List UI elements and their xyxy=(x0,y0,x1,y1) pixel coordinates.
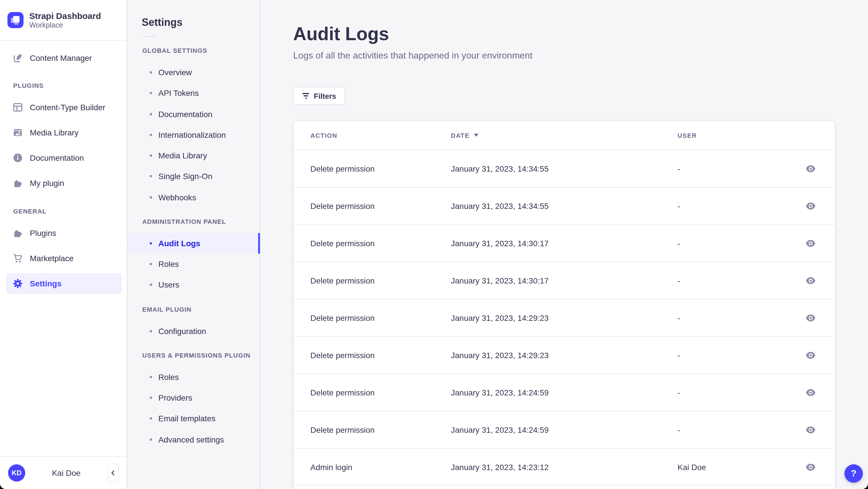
workspace-name: Workplace xyxy=(29,21,101,30)
column-header-action: ACTION xyxy=(310,132,337,139)
view-details-button[interactable] xyxy=(804,312,817,324)
view-details-button[interactable] xyxy=(804,163,817,174)
subnav-item-audit-logs[interactable]: Audit Logs xyxy=(127,233,260,254)
bullet-icon xyxy=(150,397,152,399)
strapi-admin-app: Strapi Dashboard Workplace Content Manag… xyxy=(0,0,868,489)
bullet-icon xyxy=(150,284,152,286)
subnav-section-email-plugin: EMAIL PLUGIN xyxy=(127,305,260,314)
chevron-left-icon xyxy=(110,469,117,477)
bullet-icon xyxy=(150,175,152,178)
sidebar-item-media-library[interactable]: Media Library xyxy=(6,120,122,145)
subnav-item-admin-users[interactable]: Users xyxy=(127,275,260,296)
sidebar-item-label: Media Library xyxy=(30,128,79,137)
app-title: Strapi Dashboard xyxy=(29,11,101,21)
grid-icon xyxy=(12,102,23,113)
column-header-user: USER xyxy=(678,132,697,139)
audit-logs-table: ACTION DATE USER Delete permission Janua… xyxy=(293,121,835,489)
user-name: Kai Doe xyxy=(25,468,107,478)
caret-down-icon xyxy=(474,134,479,136)
eye-icon xyxy=(806,314,815,322)
sidebar-item-label: Marketplace xyxy=(30,254,74,263)
workspace-switcher[interactable]: Strapi Dashboard Workplace xyxy=(0,0,127,41)
eye-icon xyxy=(806,165,815,172)
puzzle-icon xyxy=(12,228,23,238)
table-row[interactable]: Delete permission January 31, 2023, 14:3… xyxy=(294,224,835,262)
view-details-button[interactable] xyxy=(804,424,817,436)
eye-icon xyxy=(806,463,815,470)
table-row[interactable]: Delete permission January 31, 2023, 14:2… xyxy=(294,374,835,411)
eye-icon xyxy=(806,240,815,247)
bullet-icon xyxy=(150,113,152,115)
feather-icon xyxy=(12,53,23,63)
help-button[interactable]: ? xyxy=(844,464,863,483)
bullet-icon xyxy=(150,196,152,198)
audit-logs-page: Audit Logs Logs of all the activities th… xyxy=(260,0,868,489)
sidebar-item-label: Content-Type Builder xyxy=(30,103,105,112)
settings-subnav: Settings GLOBAL SETTINGS Overview API To… xyxy=(127,0,260,489)
filters-button-label: Filters xyxy=(314,92,336,100)
table-row[interactable]: Delete permission January 31, 2023, 14:3… xyxy=(294,187,835,224)
view-details-button[interactable] xyxy=(804,349,817,361)
table-row[interactable]: Admin login January 31, 2023, 14:23:12 K… xyxy=(294,448,835,486)
subnav-item-webhooks[interactable]: Webhooks xyxy=(127,187,260,208)
sidebar-item-label: Content Manager xyxy=(30,53,92,63)
info-icon xyxy=(12,153,23,163)
subnav-item-documentation[interactable]: Documentation xyxy=(127,103,260,125)
subnav-item-api-tokens[interactable]: API Tokens xyxy=(127,83,260,104)
brand-text: Strapi Dashboard Workplace xyxy=(29,11,101,30)
view-details-button[interactable] xyxy=(804,275,817,286)
user-avatar: KD xyxy=(8,464,25,482)
strapi-logo xyxy=(7,12,24,28)
sidebar-item-content-type-builder[interactable]: Content-Type Builder xyxy=(6,95,122,120)
subnav-section-users-permissions-plugin: USERS & PERMISSIONS PLUGIN xyxy=(127,351,260,360)
table-row[interactable]: Delete permission January 31, 2023, 14:2… xyxy=(294,336,835,374)
table-row[interactable]: Delete permission January 31, 2023, 14:3… xyxy=(294,262,835,299)
subnav-item-email-templates[interactable]: Email templates xyxy=(127,408,260,429)
subnav-item-internationalization[interactable]: Internationalization xyxy=(127,125,260,146)
view-details-button[interactable] xyxy=(804,461,817,472)
sidebar-item-marketplace[interactable]: Marketplace xyxy=(6,246,122,271)
subnav-item-up-roles[interactable]: Roles xyxy=(127,367,260,388)
bullet-icon xyxy=(150,92,152,94)
subnav-item-providers[interactable]: Providers xyxy=(127,388,260,408)
view-details-button[interactable] xyxy=(804,238,817,249)
subnav-item-admin-roles[interactable]: Roles xyxy=(127,254,260,275)
filter-icon xyxy=(302,93,309,99)
subnav-section-global-settings: GLOBAL SETTINGS xyxy=(127,47,260,55)
page-title: Audit Logs xyxy=(293,23,835,45)
bullet-icon xyxy=(150,134,152,136)
sidebar-item-plugins[interactable]: Plugins xyxy=(6,220,122,246)
sidebar-section-general: GENERAL xyxy=(0,207,127,216)
column-header-date[interactable]: DATE xyxy=(451,132,479,139)
collapse-sidebar-button[interactable] xyxy=(107,463,119,483)
subnav-section-administration-panel: ADMINISTRATION PANEL xyxy=(127,217,260,226)
bullet-icon xyxy=(150,71,152,73)
eye-icon xyxy=(806,203,815,210)
sidebar-nav: Content Manager PLUGINS Content-Type Bui… xyxy=(0,41,127,456)
sidebar-item-documentation[interactable]: Documentation xyxy=(6,145,122,171)
view-details-button[interactable] xyxy=(804,200,817,212)
sidebar-item-content-manager[interactable]: Content Manager xyxy=(6,45,122,70)
bullet-icon xyxy=(150,330,152,332)
eye-icon xyxy=(806,277,815,284)
subnav-item-advanced-settings[interactable]: Advanced settings xyxy=(127,429,260,450)
subnav-item-overview[interactable]: Overview xyxy=(127,62,260,83)
filters-button[interactable]: Filters xyxy=(293,87,345,105)
view-details-button[interactable] xyxy=(804,387,817,398)
subnav-item-media-library[interactable]: Media Library xyxy=(127,145,260,166)
main-sidebar: Strapi Dashboard Workplace Content Manag… xyxy=(0,0,127,489)
subnav-item-configuration[interactable]: Configuration xyxy=(127,320,260,341)
eye-icon xyxy=(806,352,815,359)
table-header: ACTION DATE USER xyxy=(294,121,835,150)
table-row[interactable]: Delete permission January 31, 2023, 14:2… xyxy=(294,299,835,336)
sidebar-item-settings[interactable]: Settings xyxy=(6,273,122,294)
gear-icon xyxy=(12,278,23,289)
subnav-item-single-sign-on[interactable]: Single Sign-On xyxy=(127,166,260,187)
table-row[interactable]: Delete permission January 31, 2023, 14:3… xyxy=(294,150,835,187)
bullet-icon xyxy=(150,418,152,420)
eye-icon xyxy=(806,389,815,396)
sidebar-item-my-plugin[interactable]: My plugin xyxy=(6,171,122,196)
sidebar-user-row: KD Kai Doe xyxy=(0,456,127,489)
table-row[interactable]: Delete permission January 31, 2023, 14:2… xyxy=(294,411,835,448)
bullet-icon xyxy=(150,242,152,245)
